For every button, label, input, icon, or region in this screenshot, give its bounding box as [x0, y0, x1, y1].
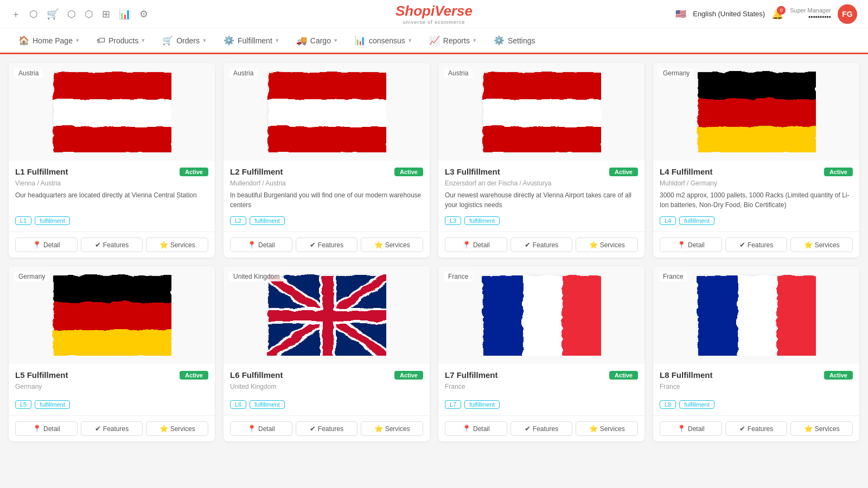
tag-fulfillment[interactable]: fulfillment	[464, 400, 499, 409]
nav-item-orders[interactable]: 🛒 Orders ▾	[155, 28, 214, 54]
card-description: Our headquarters are located directly at…	[15, 190, 208, 210]
notification-badge: 0	[777, 6, 786, 15]
home-nav-label: Home Page	[33, 36, 73, 45]
svg-rect-18	[52, 301, 171, 329]
nav-item-products[interactable]: 🏷 Products ▾	[89, 28, 152, 54]
detail-btn-icon: 📍	[462, 241, 471, 249]
card-actions: 📍 Detail ✔ Features ⭐ Services	[653, 415, 859, 441]
consensus-nav-icon: 📊	[355, 35, 366, 46]
card-body: L6 Fulfillment Active United Kingdom L6f…	[224, 364, 430, 415]
services-button[interactable]: ⭐ Services	[146, 237, 208, 252]
services-button[interactable]: ⭐ Services	[790, 421, 853, 436]
module1-icon[interactable]: ⬡	[29, 8, 38, 20]
notification-button[interactable]: 🔔 0	[771, 8, 783, 20]
features-button[interactable]: ✔ Features	[296, 237, 358, 252]
features-button[interactable]: ✔ Features	[725, 421, 788, 436]
svg-rect-1	[52, 71, 171, 98]
card-body: L3 Fullfillment Active Enzersdorf an der…	[438, 160, 644, 232]
services-button[interactable]: ⭐ Services	[361, 421, 423, 436]
nav-item-cargo[interactable]: 🚚 Cargo ▾	[289, 28, 345, 54]
module2-icon[interactable]: ⬡	[67, 8, 76, 20]
features-button[interactable]: ✔ Features	[81, 237, 143, 252]
card-title-row: L5 Fulfillment Active	[15, 370, 208, 380]
tag-fulfillment[interactable]: fulfillment	[464, 216, 499, 225]
detail-button[interactable]: 📍 Detail	[660, 421, 722, 436]
tag-l4[interactable]: L4	[660, 216, 676, 225]
services-button[interactable]: ⭐ Services	[576, 421, 638, 436]
nav-item-reports[interactable]: 📈 Reports ▾	[422, 28, 484, 54]
svg-rect-9	[482, 71, 601, 98]
card-actions: 📍 Detail ✔ Features ⭐ Services	[9, 415, 215, 441]
settings-nav-label: Settings	[508, 36, 535, 45]
tag-fulfillment[interactable]: fulfillment	[679, 216, 714, 225]
features-button[interactable]: ✔ Features	[296, 421, 358, 436]
card-flag-area: Germany	[9, 266, 215, 364]
features-btn-icon: ✔	[310, 425, 316, 433]
detail-button[interactable]: 📍 Detail	[660, 237, 722, 252]
status-badge: Active	[394, 371, 423, 380]
chart-icon[interactable]: 📊	[119, 8, 131, 20]
features-button[interactable]: ✔ Features	[510, 237, 573, 252]
services-button[interactable]: ⭐ Services	[146, 421, 208, 436]
card-tags: L7fulfillment	[445, 400, 638, 409]
avatar[interactable]: FG	[838, 4, 857, 24]
services-btn-label: Services	[170, 241, 195, 249]
card-l5: Germany L5 Fulfillment Active Germany	[9, 266, 215, 441]
nav-item-home[interactable]: 🏠 Home Page ▾	[11, 28, 87, 54]
detail-button[interactable]: 📍 Detail	[445, 237, 507, 252]
nav-item-settings[interactable]: ⚙️ Settings	[486, 28, 543, 54]
services-button[interactable]: ⭐ Services	[361, 237, 423, 252]
module3-icon[interactable]: ⬡	[85, 8, 93, 20]
svg-rect-2	[52, 98, 171, 125]
fulfillment-chevron-icon: ▾	[276, 37, 279, 44]
tag-l3[interactable]: L3	[445, 216, 461, 225]
card-body: L8 Fulfillment Active France L8fulfillme…	[653, 364, 859, 415]
settings-icon[interactable]: ⚙	[139, 8, 148, 20]
nav-item-consensus[interactable]: 📊 consensus ▾	[347, 28, 419, 54]
features-btn-icon: ✔	[739, 425, 745, 433]
svg-rect-35	[697, 274, 737, 356]
card-title-row: L4 Fulfillment Active	[660, 167, 853, 176]
nav-item-fulfillment[interactable]: ⚙️ Fulfillment ▾	[216, 28, 286, 54]
tag-l8[interactable]: L8	[660, 400, 676, 409]
topbar: ＋ ⬡ 🛒 ⬡ ⬡ ⊞ 📊 ⚙ ShopiVerse universe of e…	[0, 0, 868, 28]
tag-l7[interactable]: L7	[445, 400, 461, 409]
card-location: Germany	[15, 383, 208, 390]
detail-button[interactable]: 📍 Detail	[15, 421, 78, 436]
tag-l1[interactable]: L1	[15, 216, 31, 225]
tag-l6[interactable]: L6	[230, 400, 246, 409]
features-button[interactable]: ✔ Features	[725, 237, 788, 252]
detail-button[interactable]: 📍 Detail	[230, 237, 292, 252]
features-button[interactable]: ✔ Features	[510, 421, 573, 436]
tag-fulfillment[interactable]: fulfillment	[250, 400, 284, 409]
brand-area: ShopiVerse universe of ecommerce	[395, 3, 473, 25]
features-button[interactable]: ✔ Features	[81, 421, 143, 436]
services-button[interactable]: ⭐ Services	[576, 237, 638, 252]
brand-name: ShopiVerse	[395, 3, 473, 20]
detail-btn-label: Detail	[688, 425, 705, 433]
detail-btn-label: Detail	[473, 425, 490, 433]
detail-btn-label: Detail	[258, 425, 275, 433]
card-title-row: L6 Fulfillment Active	[230, 370, 423, 380]
card-title: L3 Fullfillment	[445, 167, 500, 176]
grid-icon[interactable]: ⊞	[102, 8, 110, 20]
tag-fulfillment[interactable]: fulfillment	[679, 400, 714, 409]
status-badge: Active	[609, 371, 638, 380]
card-tags: L6fulfillment	[230, 400, 423, 409]
tag-fulfillment[interactable]: fulfillment	[35, 400, 69, 409]
services-button[interactable]: ⭐ Services	[790, 237, 853, 252]
cart-icon[interactable]: 🛒	[47, 8, 59, 20]
products-chevron-icon: ▾	[142, 37, 145, 44]
detail-button[interactable]: 📍 Detail	[15, 237, 78, 252]
tag-fulfillment[interactable]: fulfillment	[35, 216, 69, 225]
features-btn-label: Features	[318, 241, 343, 249]
detail-button[interactable]: 📍 Detail	[445, 421, 507, 436]
add-icon[interactable]: ＋	[11, 8, 21, 21]
features-btn-icon: ✔	[525, 425, 531, 433]
detail-button[interactable]: 📍 Detail	[230, 421, 292, 436]
services-btn-icon: ⭐	[589, 241, 598, 249]
tag-l2[interactable]: L2	[230, 216, 246, 225]
tag-fulfillment[interactable]: fulfillment	[250, 216, 284, 225]
tag-l5[interactable]: L5	[15, 400, 31, 409]
language-label[interactable]: English (United States)	[693, 10, 765, 18]
